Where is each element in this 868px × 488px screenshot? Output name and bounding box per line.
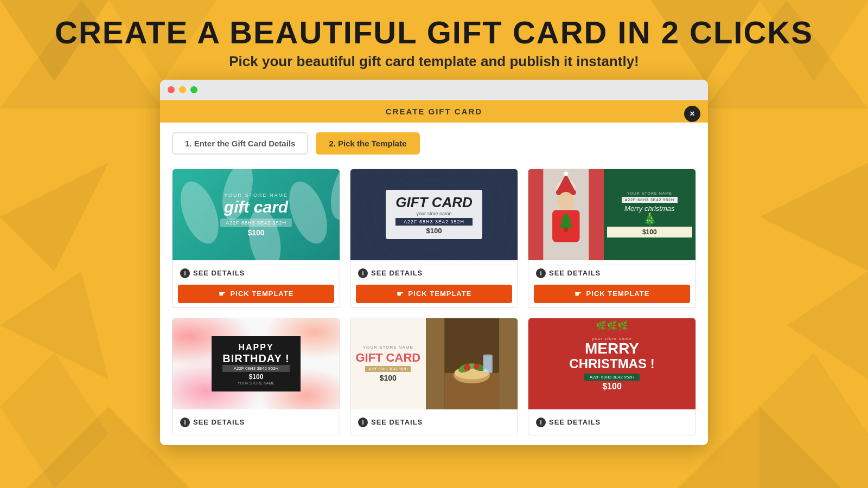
- step-2-number: 2.: [329, 139, 336, 148]
- teal-pick-button[interactable]: ☛ PICK TEMPLATE: [178, 285, 334, 303]
- step-1-button[interactable]: 1. Enter the Gift Card Details: [172, 132, 308, 155]
- birthday-dark-box: HAPPY BIRTHDAY ! A22F 68H3 3E42 952H $10…: [212, 336, 300, 391]
- dot-red: [168, 86, 175, 93]
- teal-code: A22F 68H3 3E42 952H: [220, 219, 292, 227]
- template-preview-christmas: YOUR STORE NAME A22F 68H3 3E42 952H Merr…: [528, 169, 695, 260]
- step-2-label: Pick the Template: [338, 139, 406, 148]
- xmas-holly-top: 🌿🌿🌿: [528, 320, 695, 331]
- teal-amount: $100: [247, 228, 264, 237]
- birthday-see-details-row[interactable]: i SEE DETAILS: [178, 414, 334, 431]
- svg-marker-6: [0, 163, 108, 271]
- step-2-button[interactable]: 2. Pick the Template: [316, 132, 419, 155]
- dark-store-name: your store name: [395, 211, 473, 216]
- dot-green: [190, 86, 197, 93]
- dark-inner-box: GIFT CARD your store name A22F 68H3 3E42…: [386, 190, 482, 239]
- christmas-pick-button[interactable]: ☛ PICK TEMPLATE: [534, 285, 690, 303]
- birthday-actions: i SEE DETAILS: [173, 409, 340, 435]
- step-1-number: 1.: [185, 139, 192, 148]
- template-preview-teal: YOUR STORE NAME gift card A22F 68H3 3E42…: [173, 169, 340, 260]
- modal-header: CREATE GIFT CARD: [160, 100, 708, 123]
- christmas-photo: [528, 169, 604, 260]
- template-preview-food: YOUR STORE NAME GIFT CARD A22F 68H3 3E42…: [350, 318, 518, 409]
- xmas-amount: $100: [602, 382, 622, 391]
- svg-marker-13: [760, 352, 868, 488]
- christmas-info-icon: i: [536, 268, 546, 278]
- browser-window: × CREATE GIFT CARD 1. Enter the Gift Car…: [160, 80, 708, 445]
- teal-store-name: YOUR STORE NAME: [224, 192, 288, 198]
- dark-gift-text: GIFT CARD: [395, 194, 473, 211]
- card-xmas-red-design: 🌿🌿🌿 your store name MERRY CHRISTMAS ! A2…: [528, 318, 695, 409]
- xmas-see-details-text: SEE DETAILS: [549, 418, 601, 426]
- birthday-store-name: YOUR STORE NAME: [222, 381, 289, 385]
- steps-bar: 1. Enter the Gift Card Details 2. Pick t…: [160, 123, 708, 161]
- browser-bar: [160, 80, 708, 100]
- birthday-amount: $100: [222, 373, 289, 381]
- birthday-code: A22F 68H3 3E42 952H: [222, 365, 289, 372]
- dark-amount: $100: [395, 227, 473, 235]
- svg-point-31: [464, 364, 470, 371]
- dark-pick-button[interactable]: ☛ PICK TEMPLATE: [356, 285, 512, 303]
- svg-point-18: [564, 171, 568, 176]
- main-title: CREATE A BEAUTIFUL GIFT CARD IN 2 CLICKS: [0, 15, 868, 50]
- header-area: CREATE A BEAUTIFUL GIFT CARD IN 2 CLICKS…: [0, 0, 868, 80]
- birthday-see-details-text: SEE DETAILS: [193, 418, 245, 426]
- dot-yellow: [179, 86, 186, 93]
- christmas-hand-icon: ☛: [575, 290, 582, 298]
- xmas-christmas-text: CHRISTMAS !: [569, 356, 654, 371]
- christmas-see-details-text: SEE DETAILS: [549, 269, 601, 277]
- food-info-icon: i: [358, 418, 368, 427]
- template-card-birthday: HAPPY BIRTHDAY ! A22F 68H3 3E42 952H $10…: [172, 318, 340, 435]
- svg-rect-23: [564, 227, 568, 232]
- sub-title: Pick your beautiful gift card template a…: [0, 53, 868, 70]
- template-card-christmas: YOUR STORE NAME A22F 68H3 3E42 952H Merr…: [528, 169, 696, 308]
- template-preview-xmas-red: 🌿🌿🌿 your store name MERRY CHRISTMAS ! A2…: [528, 318, 695, 409]
- step-1-label: Enter the Gift Card Details: [194, 139, 296, 148]
- close-button[interactable]: ×: [684, 106, 700, 122]
- template-card-dark: GIFT CARD your store name A22F 68H3 3E42…: [350, 169, 518, 308]
- food-see-details-row[interactable]: i SEE DETAILS: [356, 414, 512, 431]
- birthday-text: BIRTHDAY !: [222, 352, 289, 365]
- christmas-cream-box: $100: [607, 227, 692, 237]
- dark-actions: i SEE DETAILS ☛ PICK TEMPLATE: [350, 260, 518, 307]
- teal-gift-text: gift card: [224, 198, 288, 216]
- card-christmas-design: YOUR STORE NAME A22F 68H3 3E42 952H Merr…: [528, 169, 695, 260]
- teal-see-details-row[interactable]: i SEE DETAILS: [178, 265, 334, 281]
- svg-marker-7: [760, 163, 868, 271]
- dark-pick-label: PICK TEMPLATE: [409, 290, 472, 298]
- dark-info-icon: i: [358, 268, 368, 278]
- card-dark-design: GIFT CARD your store name A22F 68H3 3E42…: [350, 169, 518, 260]
- card-food-design: YOUR STORE NAME GIFT CARD A22F 68H3 3E42…: [350, 318, 518, 409]
- template-grid: YOUR STORE NAME gift card A22F 68H3 3E42…: [160, 161, 708, 445]
- xmas-merry-text: MERRY: [585, 341, 639, 356]
- xmas-code: A22F 68H3 3E42 952H: [584, 374, 640, 381]
- food-code: A22F 68H3 3E42 952H: [365, 366, 411, 372]
- xmas-actions: i SEE DETAILS: [528, 409, 695, 435]
- christmas-amount: $100: [609, 228, 691, 236]
- svg-rect-34: [484, 356, 491, 372]
- teal-see-details-text: SEE DETAILS: [193, 269, 245, 277]
- christmas-see-details-row[interactable]: i SEE DETAILS: [534, 265, 690, 281]
- template-preview-birthday: HAPPY BIRTHDAY ! A22F 68H3 3E42 952H $10…: [173, 318, 340, 409]
- teal-pick-label: PICK TEMPLATE: [231, 290, 294, 298]
- food-gift-text: GIFT CARD: [355, 352, 420, 364]
- christmas-code: A22F 68H3 3E42 952H: [622, 197, 678, 203]
- dark-see-details-text: SEE DETAILS: [371, 269, 423, 277]
- christmas-store-name: YOUR STORE NAME: [627, 191, 672, 195]
- food-amount: $100: [380, 374, 397, 382]
- svg-point-32: [474, 364, 479, 369]
- template-card-food: YOUR STORE NAME GIFT CARD A22F 68H3 3E42…: [350, 318, 518, 435]
- template-card-xmas-red: 🌿🌿🌿 your store name MERRY CHRISTMAS ! A2…: [528, 318, 696, 435]
- christmas-merry: Merry christmas: [624, 204, 674, 213]
- christmas-pick-label: PICK TEMPLATE: [586, 290, 650, 298]
- dark-hand-icon: ☛: [397, 290, 404, 298]
- xmas-see-details-row[interactable]: i SEE DETAILS: [534, 414, 690, 431]
- birthday-happy-text: HAPPY: [222, 343, 289, 352]
- birthday-info-icon: i: [180, 418, 190, 427]
- christmas-tree-icon: 🎄: [642, 213, 657, 227]
- dark-see-details-row[interactable]: i SEE DETAILS: [356, 265, 512, 281]
- christmas-actions: i SEE DETAILS ☛ PICK TEMPLATE: [528, 260, 695, 307]
- template-preview-dark: GIFT CARD your store name A22F 68H3 3E42…: [350, 169, 518, 260]
- teal-hand-icon: ☛: [219, 290, 226, 298]
- christmas-right: YOUR STORE NAME A22F 68H3 3E42 952H Merr…: [604, 169, 695, 260]
- food-store-name: YOUR STORE NAME: [363, 345, 413, 350]
